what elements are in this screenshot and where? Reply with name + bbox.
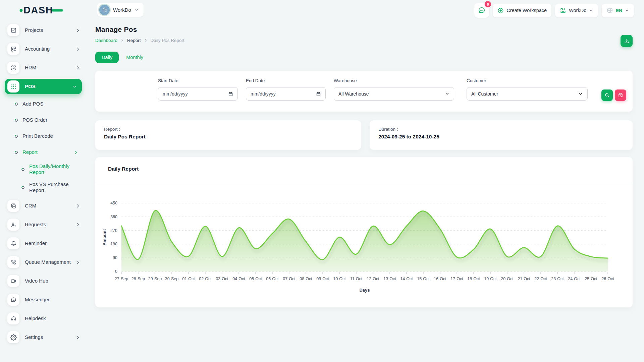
headset-icon (7, 312, 19, 324)
sidebar-item-label: Pos VS Purchase Report (29, 181, 78, 193)
calendar-icon (228, 92, 233, 97)
svg-text:16-Oct: 16-Oct (434, 277, 446, 281)
breadcrumb-current: Daily Pos Report (151, 38, 184, 43)
customer-value: All Customer (471, 91, 498, 97)
end-date-input[interactable]: mm/dd/yyyy (246, 87, 326, 101)
chat-button[interactable]: 0 (474, 3, 489, 18)
download-button[interactable] (621, 35, 633, 47)
workspace-avatar (99, 5, 110, 15)
sidebar-item-hrm[interactable]: HRM (0, 58, 87, 77)
video-icon (7, 275, 19, 287)
sidebar-item-projects[interactable]: Projects (0, 21, 87, 40)
modules-icon (7, 43, 19, 55)
sidebar-item-label: Requests (25, 222, 75, 228)
svg-text:04-Oct: 04-Oct (232, 277, 245, 281)
calendar-off-icon (618, 93, 623, 98)
sidebar-item-video-hub[interactable]: Video Hub (0, 272, 87, 290)
bullet-icon (14, 102, 18, 106)
svg-text:14-Oct: 14-Oct (400, 277, 413, 281)
sidebar-item-crm[interactable]: CRM (0, 196, 87, 215)
workspace-selector[interactable]: WorkDo (97, 3, 144, 17)
chevron-right-icon (75, 47, 80, 52)
start-date-input[interactable]: mm/dd/yyyy (158, 87, 238, 101)
sidebar-item-pos[interactable]: POS (5, 79, 82, 94)
sidebar-item-print-barcode[interactable]: Print Barcode (0, 128, 87, 144)
sidebar-item-report[interactable]: Report (0, 144, 87, 160)
download-icon (624, 38, 630, 44)
sidebar-item-label: Settings (25, 334, 75, 340)
gear-icon (7, 331, 19, 343)
daily-report-card: Daily Report 09018027036045027-Sep28-Sep… (95, 157, 633, 307)
chart-title: Daily Report (108, 166, 620, 172)
svg-text:270: 270 (110, 228, 117, 233)
start-date-value: mm/dd/yyyy (163, 91, 188, 97)
customer-select[interactable]: All Customer (467, 87, 588, 101)
bullet-icon (14, 118, 18, 122)
app-switcher-label: WorkDo (569, 8, 586, 13)
sidebar-item-label: Video Hub (25, 278, 80, 284)
sidebar-item-queue-management[interactable]: Queue Management (0, 253, 87, 272)
phone-icon (7, 256, 19, 268)
sidebar-item-settings[interactable]: Settings (0, 328, 87, 347)
svg-text:03-Oct: 03-Oct (216, 277, 228, 281)
sidebar-item-helpdesk[interactable]: Helpdesk (0, 309, 87, 328)
bullet-icon (14, 150, 18, 155)
duration-value: 2024-09-25 to 2024-10-25 (378, 134, 624, 140)
chevron-down-icon (589, 8, 593, 13)
create-workspace-button[interactable]: Create Workspace (493, 4, 551, 17)
sidebar-item-label: Report (22, 149, 73, 155)
sidebar-item-label: Accounting (25, 46, 75, 52)
search-button[interactable] (601, 89, 613, 101)
sidebar-item-reminder[interactable]: Reminder (0, 234, 87, 253)
app-logo: DASH (19, 4, 64, 18)
sidebar-item-messenger[interactable]: Messenger (0, 290, 87, 309)
sidebar-item-pos-daily-monthly-report[interactable]: Pos Daily/Monthly Report (0, 160, 87, 178)
bell-icon (7, 237, 19, 249)
squares-plus-icon (7, 200, 19, 212)
duration-label: Duration : (378, 127, 624, 132)
daily-report-chart: 09018027036045027-Sep28-Sep29-Sep30-Sep0… (95, 183, 633, 300)
sidebar-item-add-pos[interactable]: Add POS (0, 96, 87, 112)
user-scan-icon (7, 62, 19, 74)
svg-text:0: 0 (115, 269, 117, 274)
chevron-down-icon (578, 92, 583, 96)
tab-monthly[interactable]: Monthly (125, 52, 145, 63)
breadcrumb: Dashboard Report Daily Pos Report (95, 38, 633, 43)
chevron-right-icon (75, 335, 80, 340)
svg-text:17-Oct: 17-Oct (450, 277, 463, 281)
svg-text:07-Oct: 07-Oct (283, 277, 296, 281)
workspace-name: WorkDo (113, 7, 131, 13)
start-date-label: Start Date (158, 78, 238, 83)
svg-text:26-Oct: 26-Oct (601, 277, 614, 281)
svg-text:23-Oct: 23-Oct (551, 277, 564, 281)
chevron-right-icon (73, 150, 78, 155)
svg-text:24-Oct: 24-Oct (568, 277, 581, 281)
sidebar-item-pos-order[interactable]: POS Order (0, 112, 87, 128)
sidebar-item-accounting[interactable]: Accounting (0, 40, 87, 58)
svg-text:12-Oct: 12-Oct (367, 277, 379, 281)
reset-filter-button[interactable] (615, 89, 626, 101)
svg-text:06-Oct: 06-Oct (266, 277, 279, 281)
bullet-icon (14, 134, 18, 138)
breadcrumb-dashboard[interactable]: Dashboard (95, 38, 117, 43)
svg-text:21-Oct: 21-Oct (518, 277, 530, 281)
chevron-down-icon (135, 8, 139, 12)
sidebar-item-label: Queue Management (25, 259, 75, 265)
building-icon (102, 7, 107, 12)
svg-text:01-Oct: 01-Oct (182, 277, 195, 281)
grid-plus-icon (560, 7, 566, 14)
warehouse-select[interactable]: All Warehouse (334, 87, 454, 101)
language-selector[interactable]: EN (602, 4, 634, 17)
calendar-icon (316, 92, 321, 97)
svg-text:05-Oct: 05-Oct (249, 277, 262, 281)
svg-text:22-Oct: 22-Oct (534, 277, 547, 281)
breadcrumb-report[interactable]: Report (127, 38, 141, 43)
language-code: EN (616, 8, 622, 13)
chevron-down-icon (445, 92, 449, 96)
svg-text:13-Oct: 13-Oct (383, 277, 396, 281)
sidebar-item-label: POS (25, 83, 72, 89)
app-switcher[interactable]: WorkDo (555, 4, 598, 17)
tab-daily[interactable]: Daily (95, 52, 119, 63)
sidebar-item-requests[interactable]: Requests (0, 215, 87, 234)
sidebar-item-pos-vs-purchase-report[interactable]: Pos VS Purchase Report (0, 178, 87, 196)
